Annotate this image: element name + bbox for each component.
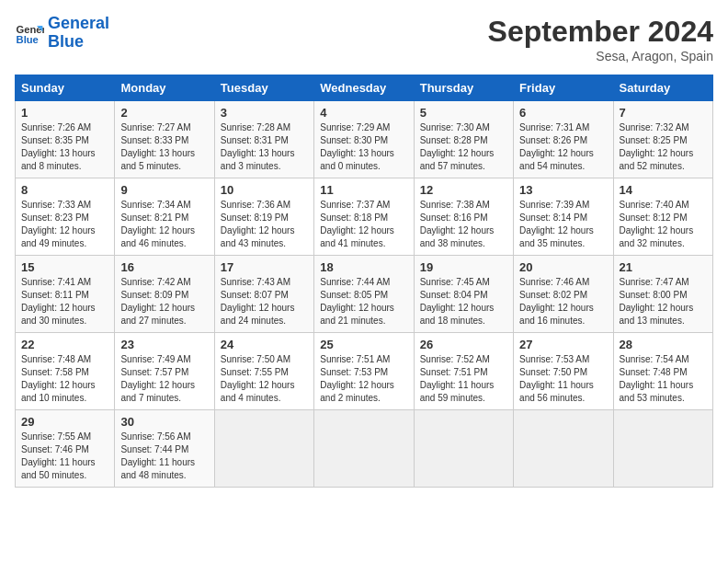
day-number: 10 xyxy=(221,183,308,197)
day-cell-1: 1Sunrise: 7:26 AM Sunset: 8:35 PM Daylig… xyxy=(16,101,115,178)
day-cell-25: 25Sunrise: 7:51 AM Sunset: 7:53 PM Dayli… xyxy=(314,333,414,410)
week-row-1: 1Sunrise: 7:26 AM Sunset: 8:35 PM Daylig… xyxy=(16,101,713,178)
day-cell-19: 19Sunrise: 7:45 AM Sunset: 8:04 PM Dayli… xyxy=(414,256,513,333)
day-info: Sunrise: 7:33 AM Sunset: 8:23 PM Dayligh… xyxy=(21,199,108,250)
col-header-sunday: Sunday xyxy=(16,75,115,101)
day-info: Sunrise: 7:38 AM Sunset: 8:16 PM Dayligh… xyxy=(420,199,507,250)
empty-cell xyxy=(214,410,313,488)
day-number: 22 xyxy=(21,338,108,351)
day-number: 13 xyxy=(519,183,607,197)
day-info: Sunrise: 7:27 AM Sunset: 8:33 PM Dayligh… xyxy=(120,121,208,173)
empty-cell xyxy=(314,410,414,488)
day-number: 30 xyxy=(120,415,208,429)
day-number: 17 xyxy=(221,260,308,274)
day-cell-27: 27Sunrise: 7:53 AM Sunset: 7:50 PM Dayli… xyxy=(514,333,613,410)
day-cell-23: 23Sunrise: 7:49 AM Sunset: 7:57 PM Dayli… xyxy=(115,333,214,410)
day-cell-12: 12Sunrise: 7:38 AM Sunset: 8:16 PM Dayli… xyxy=(414,178,513,256)
day-cell-18: 18Sunrise: 7:44 AM Sunset: 8:05 PM Dayli… xyxy=(314,256,414,333)
day-number: 26 xyxy=(420,338,507,351)
day-number: 5 xyxy=(420,106,507,120)
day-info: Sunrise: 7:40 AM Sunset: 8:12 PM Dayligh… xyxy=(620,199,707,250)
week-row-5: 29Sunrise: 7:55 AM Sunset: 7:46 PM Dayli… xyxy=(16,410,713,488)
day-info: Sunrise: 7:43 AM Sunset: 8:07 PM Dayligh… xyxy=(221,276,308,327)
svg-text:General: General xyxy=(17,24,44,35)
day-info: Sunrise: 7:34 AM Sunset: 8:21 PM Dayligh… xyxy=(120,199,208,250)
day-number: 14 xyxy=(620,183,707,197)
title-block: September 2024 Sesa, Aragon, Spain xyxy=(488,15,713,63)
day-number: 4 xyxy=(320,106,407,120)
day-cell-14: 14Sunrise: 7:40 AM Sunset: 8:12 PM Dayli… xyxy=(613,178,712,256)
week-row-2: 8Sunrise: 7:33 AM Sunset: 8:23 PM Daylig… xyxy=(16,178,713,256)
day-cell-8: 8Sunrise: 7:33 AM Sunset: 8:23 PM Daylig… xyxy=(16,178,115,256)
day-cell-13: 13Sunrise: 7:39 AM Sunset: 8:14 PM Dayli… xyxy=(514,178,613,256)
day-cell-3: 3Sunrise: 7:28 AM Sunset: 8:31 PM Daylig… xyxy=(214,101,313,178)
logo-text-line1: General xyxy=(48,15,109,33)
col-header-saturday: Saturday xyxy=(613,75,712,101)
day-info: Sunrise: 7:51 AM Sunset: 7:53 PM Dayligh… xyxy=(320,353,407,405)
day-info: Sunrise: 7:53 AM Sunset: 7:50 PM Dayligh… xyxy=(519,353,607,405)
day-info: Sunrise: 7:44 AM Sunset: 8:05 PM Dayligh… xyxy=(320,276,407,327)
day-cell-11: 11Sunrise: 7:37 AM Sunset: 8:18 PM Dayli… xyxy=(314,178,414,256)
day-cell-29: 29Sunrise: 7:55 AM Sunset: 7:46 PM Dayli… xyxy=(16,410,115,488)
col-header-tuesday: Tuesday xyxy=(214,75,313,101)
day-info: Sunrise: 7:26 AM Sunset: 8:35 PM Dayligh… xyxy=(21,121,108,173)
col-header-monday: Monday xyxy=(115,75,214,101)
day-cell-26: 26Sunrise: 7:52 AM Sunset: 7:51 PM Dayli… xyxy=(414,333,513,410)
day-cell-4: 4Sunrise: 7:29 AM Sunset: 8:30 PM Daylig… xyxy=(314,101,414,178)
day-number: 28 xyxy=(620,338,707,351)
day-info: Sunrise: 7:55 AM Sunset: 7:46 PM Dayligh… xyxy=(21,431,108,482)
day-info: Sunrise: 7:56 AM Sunset: 7:44 PM Dayligh… xyxy=(120,431,208,482)
day-cell-28: 28Sunrise: 7:54 AM Sunset: 7:48 PM Dayli… xyxy=(613,333,712,410)
day-number: 27 xyxy=(519,338,607,351)
day-number: 16 xyxy=(120,260,208,274)
day-info: Sunrise: 7:49 AM Sunset: 7:57 PM Dayligh… xyxy=(120,353,208,405)
empty-cell xyxy=(414,410,513,488)
month-title: September 2024 xyxy=(488,15,713,49)
day-cell-6: 6Sunrise: 7:31 AM Sunset: 8:26 PM Daylig… xyxy=(514,101,613,178)
day-number: 12 xyxy=(420,183,507,197)
day-info: Sunrise: 7:36 AM Sunset: 8:19 PM Dayligh… xyxy=(221,199,308,250)
empty-cell xyxy=(514,410,613,488)
day-info: Sunrise: 7:45 AM Sunset: 8:04 PM Dayligh… xyxy=(420,276,507,327)
week-row-4: 22Sunrise: 7:48 AM Sunset: 7:58 PM Dayli… xyxy=(16,333,713,410)
day-cell-10: 10Sunrise: 7:36 AM Sunset: 8:19 PM Dayli… xyxy=(214,178,313,256)
day-number: 20 xyxy=(519,260,607,274)
day-cell-16: 16Sunrise: 7:42 AM Sunset: 8:09 PM Dayli… xyxy=(115,256,214,333)
day-number: 24 xyxy=(221,338,308,351)
day-cell-5: 5Sunrise: 7:30 AM Sunset: 8:28 PM Daylig… xyxy=(414,101,513,178)
day-number: 2 xyxy=(120,106,208,120)
day-number: 15 xyxy=(21,260,108,274)
day-info: Sunrise: 7:31 AM Sunset: 8:26 PM Dayligh… xyxy=(519,121,607,173)
day-cell-20: 20Sunrise: 7:46 AM Sunset: 8:02 PM Dayli… xyxy=(514,256,613,333)
col-header-thursday: Thursday xyxy=(414,75,513,101)
day-number: 6 xyxy=(519,106,607,120)
day-number: 3 xyxy=(221,106,308,120)
day-cell-21: 21Sunrise: 7:47 AM Sunset: 8:00 PM Dayli… xyxy=(613,256,712,333)
day-cell-24: 24Sunrise: 7:50 AM Sunset: 7:55 PM Dayli… xyxy=(214,333,313,410)
day-info: Sunrise: 7:42 AM Sunset: 8:09 PM Dayligh… xyxy=(120,276,208,327)
day-cell-7: 7Sunrise: 7:32 AM Sunset: 8:25 PM Daylig… xyxy=(613,101,712,178)
day-info: Sunrise: 7:39 AM Sunset: 8:14 PM Dayligh… xyxy=(519,199,607,250)
day-number: 11 xyxy=(320,183,407,197)
week-row-3: 15Sunrise: 7:41 AM Sunset: 8:11 PM Dayli… xyxy=(16,256,713,333)
logo: General Blue General Blue xyxy=(15,15,109,52)
column-headers: SundayMondayTuesdayWednesdayThursdayFrid… xyxy=(16,75,713,101)
day-number: 9 xyxy=(120,183,208,197)
day-number: 21 xyxy=(620,260,707,274)
calendar-table: SundayMondayTuesdayWednesdayThursdayFrid… xyxy=(15,75,713,488)
col-header-wednesday: Wednesday xyxy=(314,75,414,101)
day-number: 18 xyxy=(320,260,407,274)
day-number: 7 xyxy=(620,106,707,120)
day-cell-17: 17Sunrise: 7:43 AM Sunset: 8:07 PM Dayli… xyxy=(214,256,313,333)
day-number: 25 xyxy=(320,338,407,351)
location: Sesa, Aragon, Spain xyxy=(488,49,713,63)
day-info: Sunrise: 7:30 AM Sunset: 8:28 PM Dayligh… xyxy=(420,121,507,173)
day-info: Sunrise: 7:32 AM Sunset: 8:25 PM Dayligh… xyxy=(620,121,707,173)
day-info: Sunrise: 7:41 AM Sunset: 8:11 PM Dayligh… xyxy=(21,276,108,327)
day-number: 8 xyxy=(21,183,108,197)
page-header: General Blue General Blue September 2024… xyxy=(15,15,713,63)
day-cell-15: 15Sunrise: 7:41 AM Sunset: 8:11 PM Dayli… xyxy=(16,256,115,333)
day-info: Sunrise: 7:37 AM Sunset: 8:18 PM Dayligh… xyxy=(320,199,407,250)
day-cell-22: 22Sunrise: 7:48 AM Sunset: 7:58 PM Dayli… xyxy=(16,333,115,410)
day-cell-30: 30Sunrise: 7:56 AM Sunset: 7:44 PM Dayli… xyxy=(115,410,214,488)
